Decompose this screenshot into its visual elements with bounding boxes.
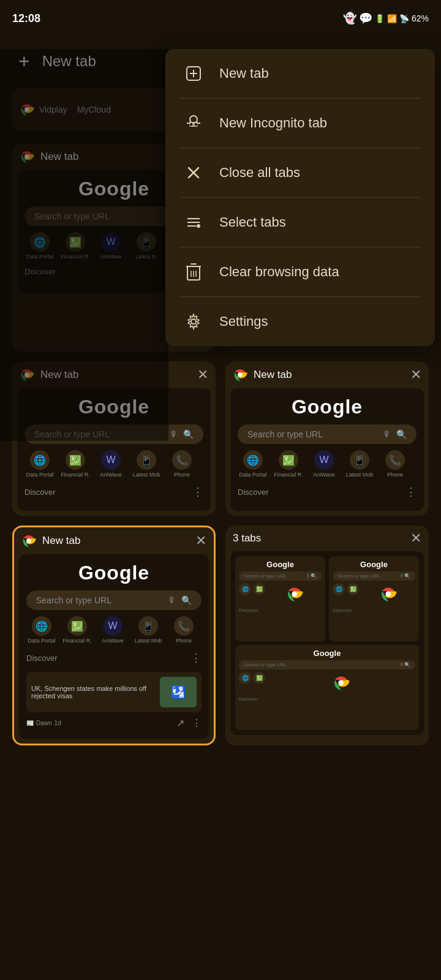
tab-card-3-header: New tab ✕ xyxy=(12,361,216,388)
menu-item-settings[interactable]: Settings xyxy=(165,297,435,346)
mini-discover-1: Discover xyxy=(239,608,322,613)
svg-point-13 xyxy=(385,592,390,597)
tab3-title: New tab xyxy=(40,369,191,381)
svg-point-5 xyxy=(25,373,29,377)
mini-shortcuts-2: 🌐 💹 xyxy=(333,583,415,605)
tab-card-3[interactable]: New tab ✕ Google Search or type URL 🎙 🔍 … xyxy=(12,361,216,516)
add-tab-icon[interactable]: + xyxy=(18,50,30,73)
tab3-close[interactable]: ✕ xyxy=(197,368,208,382)
menu-item-clear[interactable]: Clear browsing data xyxy=(165,247,435,296)
tab-group-close[interactable]: ✕ xyxy=(410,532,421,545)
tab1-search-text: Search or type URL xyxy=(34,211,110,221)
lens-icon-active: 🔍 xyxy=(181,595,192,605)
tab-active-discover-row: Discover ⋮ xyxy=(26,649,202,667)
mic-icon-active: 🎙 xyxy=(168,595,176,605)
tab4-shortcut-3: W AniWave xyxy=(309,450,339,478)
wifi-icon: 📡 xyxy=(399,14,409,23)
tab-active-search-bar[interactable]: Search or type URL 🎙 🔍 xyxy=(26,590,202,610)
tab-card-active[interactable]: New tab ✕ Google Search or type URL 🎙 🔍 … xyxy=(12,526,216,745)
news-more-icon[interactable]: ⋮ xyxy=(192,717,202,729)
tab-active-header: New tab ✕ xyxy=(14,527,214,554)
battery-percent: 62% xyxy=(412,13,429,23)
tab-active-content: Google Search or type URL 🎙 🔍 🌐 Data Por… xyxy=(19,554,209,739)
shortcut-label-2: Financial R. xyxy=(61,254,90,260)
menu-close-all-label: Close all tabs xyxy=(219,165,300,181)
shortcut-icon-4: 📱 xyxy=(137,232,156,252)
chrome-logo-small xyxy=(20,102,34,117)
shortcut-4: 📱 Latest N. xyxy=(131,232,162,260)
menu-clear-label: Clear browsing data xyxy=(219,264,339,280)
tab3-more-icon[interactable]: ⋮ xyxy=(192,485,203,499)
mini-google-3: Google xyxy=(239,649,415,658)
tab3-discover-label: Discover xyxy=(24,488,56,497)
partial-tab-url2: MyCloud xyxy=(77,105,111,115)
mini-tab-1[interactable]: Google Search or type URL 🎙🔍 🌐 💹 xyxy=(235,556,325,641)
shortcut-label-4: Latest N. xyxy=(135,254,157,260)
svg-point-11 xyxy=(292,592,296,597)
mini-shortcuts-1: 🌐 💹 xyxy=(239,583,322,605)
tab4-discover-label: Discover xyxy=(238,488,269,497)
svg-point-1 xyxy=(25,108,29,112)
shortcut-label-3: AniWave xyxy=(100,254,122,260)
shortcut-2: 💹 Financial R. xyxy=(60,232,91,260)
shortcut-1: 🌐 Data Portal xyxy=(24,232,55,260)
tab-active-shortcuts: 🌐 Data Portal 💹 Financial R. W AniWave 📱… xyxy=(26,616,202,644)
mini-chrome-logo-1 xyxy=(286,586,303,603)
tab3-discover-row: Discover ⋮ xyxy=(24,483,203,501)
lens-icon-tab4: 🔍 xyxy=(396,429,407,439)
tab4-discover-row: Discover ⋮ xyxy=(238,483,417,501)
news-source-icon: 📰 xyxy=(26,720,34,726)
news-source-name: Dawn xyxy=(36,720,52,726)
menu-item-close-all[interactable]: Close all tabs xyxy=(165,148,435,197)
tab1-discover-label: Discover xyxy=(24,267,56,276)
incognito-icon xyxy=(183,112,205,134)
menu-item-new-tab[interactable]: New tab xyxy=(165,49,435,98)
shortcut-icon-2: 💹 xyxy=(66,232,85,252)
tab4-search-icons: 🎙 🔍 xyxy=(383,429,407,439)
close-all-icon xyxy=(183,162,205,184)
tab4-shortcuts: 🌐 Data Portal 💹 Financial R. W AniWave 📱… xyxy=(238,450,417,478)
tab3-content: Google Search or type URL 🎙 🔍 🌐 Data Por… xyxy=(17,388,211,511)
tab-group-card[interactable]: 3 tabs ✕ Google Search or type URL 🎙🔍 🌐 … xyxy=(225,526,429,745)
news-thumbnail: 🛂 xyxy=(160,677,197,707)
menu-item-select[interactable]: Select tabs xyxy=(165,198,435,247)
dropdown-menu: New tab New Incognito tab Close all tabs xyxy=(165,49,435,346)
tab3-shortcut-4: 📱 Latest Mob xyxy=(131,450,162,478)
tab4-search-bar[interactable]: Search or type URL 🎙 🔍 xyxy=(238,424,417,444)
status-icons: 👻 💬 🔋 📶 📡 62% xyxy=(343,12,429,25)
tab-card-4[interactable]: New tab ✕ Google Search or type URL 🎙 🔍 … xyxy=(225,361,429,516)
mini-tab-2[interactable]: Google Search or type URL 🎙🔍 🌐 💹 xyxy=(329,556,419,641)
lens-icon-tab3: 🔍 xyxy=(183,429,194,439)
mini-tab-3[interactable]: Google Search or type URL 🎙🔍 🌐 💹 xyxy=(235,645,419,730)
tab4-search-text: Search or type URL xyxy=(247,429,323,439)
battery-icon: 🔋 xyxy=(375,14,385,23)
menu-item-incognito[interactable]: New Incognito tab xyxy=(165,99,435,148)
menu-settings-label: Settings xyxy=(219,314,268,330)
share-icon[interactable]: ↗ xyxy=(176,717,184,729)
chrome-logo-tab4 xyxy=(233,368,247,382)
mini-chrome-logo-2 xyxy=(380,586,397,603)
mini-search-3: Search or type URL 🎙🔍 xyxy=(239,660,415,669)
top-bar-title: New tab xyxy=(42,53,96,70)
settings-icon xyxy=(183,311,205,333)
menu-incognito-label: New Incognito tab xyxy=(219,115,327,131)
chrome-logo-tab3 xyxy=(20,368,34,382)
tab4-shortcut-2: 💹 Financial R. xyxy=(273,450,304,478)
shortcut-icon-1: 🌐 xyxy=(30,232,50,252)
news-time: 1d xyxy=(55,720,61,726)
mini-discover-3: Discover xyxy=(239,696,415,702)
tab3-shortcut-3: W AniWave xyxy=(96,450,126,478)
mini-chrome-logo-3 xyxy=(333,674,350,692)
tab4-more-icon[interactable]: ⋮ xyxy=(405,485,417,499)
svg-point-15 xyxy=(339,680,344,685)
tab3-shortcut-5: 📞 Phone xyxy=(167,450,197,478)
tab-active-close[interactable]: ✕ xyxy=(195,534,206,548)
new-tab-icon xyxy=(183,62,205,85)
tab-active-more-icon[interactable]: ⋮ xyxy=(190,651,202,665)
tab4-close[interactable]: ✕ xyxy=(410,368,421,382)
tab4-shortcut-5: 📞 Phone xyxy=(380,450,410,478)
news-source: 📰 Dawn 1d xyxy=(26,720,61,726)
svg-point-3 xyxy=(25,155,29,159)
active-shortcut-1: 🌐 Data Portal xyxy=(26,616,57,644)
tab3-search-bar[interactable]: Search or type URL 🎙 🔍 xyxy=(24,424,203,444)
